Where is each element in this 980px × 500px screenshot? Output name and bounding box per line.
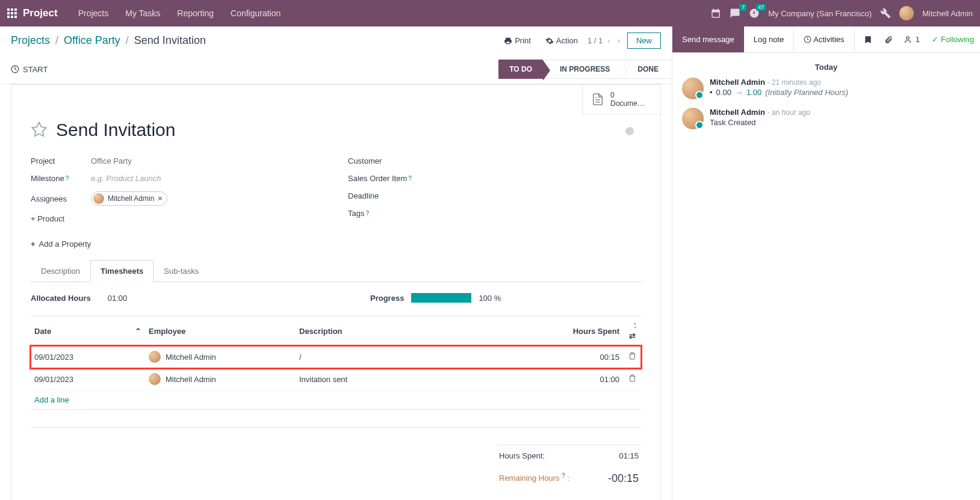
breadcrumb-root[interactable]: Projects <box>11 34 50 46</box>
tags-label: Tags? <box>348 209 432 218</box>
allocated-hours-value[interactable]: 01:00 <box>108 294 128 303</box>
user-avatar[interactable] <box>899 6 914 20</box>
clock-icon[interactable]: 47 <box>749 8 760 19</box>
stage-done[interactable]: DONE <box>621 60 672 79</box>
book-icon[interactable] <box>858 27 878 52</box>
following-button[interactable]: ✓ Following <box>926 26 980 52</box>
state-indicator-icon[interactable] <box>625 127 634 135</box>
table-row[interactable]: 09/01/2023Mitchell AdminInvitation sent0… <box>31 368 641 390</box>
product-label[interactable]: + Product <box>31 214 64 223</box>
form-sheet: 0Docume… Send Invitation ProjectOffice P… <box>11 84 661 500</box>
project-label: Project <box>31 156 91 165</box>
allocated-hours-label: Allocated Hours <box>31 294 91 303</box>
clock-badge: 47 <box>756 4 766 11</box>
start-button[interactable]: START <box>11 65 48 74</box>
assignees-label: Assignees <box>31 194 91 203</box>
trash-icon[interactable] <box>628 375 636 384</box>
timesheet-table: Date ⌃ Employee Description Hours Spent … <box>31 316 641 428</box>
breadcrumb: Projects / Office Party / Send Invitatio… <box>11 34 494 47</box>
add-line-button[interactable]: Add a line <box>34 395 69 404</box>
tools-icon[interactable] <box>880 8 891 19</box>
status-bar: TO DO IN PROGRESS DONE <box>498 60 672 79</box>
col-date[interactable]: Date ⌃ <box>31 316 145 346</box>
col-employee[interactable]: Employee <box>145 316 296 346</box>
attachment-icon[interactable] <box>878 27 899 52</box>
add-property-button[interactable]: +Add a Property <box>11 235 660 259</box>
action-button[interactable]: Action <box>541 32 583 49</box>
col-description[interactable]: Description <box>296 316 551 346</box>
task-title[interactable]: Send Invitation <box>56 120 175 140</box>
cell-date[interactable]: 09/01/2023 <box>31 346 145 368</box>
options-icon[interactable]: ⇄ <box>628 323 636 341</box>
stage-todo[interactable]: TO DO <box>498 60 543 79</box>
arrow-icon: → <box>735 88 743 97</box>
chatter-day-label: Today <box>682 63 970 72</box>
progress-value: 100 % <box>479 294 501 303</box>
messages-icon[interactable]: 7 <box>730 8 740 19</box>
message-time: - an hour ago <box>768 108 810 117</box>
tracking-field: (Initially Planned Hours) <box>765 88 848 97</box>
control-bar: Projects / Office Party / Send Invitatio… <box>0 26 672 55</box>
tabs: Description Timesheets Sub-tasks <box>31 259 641 282</box>
message-author[interactable]: Mitchell Admin <box>710 108 765 117</box>
svg-point-2 <box>906 36 909 39</box>
cell-hours[interactable]: 01:00 <box>551 368 623 390</box>
help-icon[interactable]: ? <box>408 175 412 182</box>
hours-spent-value: 01:15 <box>619 451 639 460</box>
status-row: START TO DO IN PROGRESS DONE <box>0 55 672 84</box>
user-name[interactable]: Mitchell Admin <box>922 9 973 18</box>
new-button[interactable]: New <box>627 32 661 49</box>
message: Mitchell Admin - 21 minutes ago 0.00 → 1… <box>682 78 970 99</box>
table-row[interactable]: 09/01/2023Mitchell Admin/00:15 <box>31 346 641 368</box>
project-value[interactable]: Office Party <box>91 156 132 165</box>
trash-icon[interactable] <box>628 353 636 362</box>
cell-hours[interactable]: 00:15 <box>551 346 623 368</box>
menu-configuration[interactable]: Configuration <box>223 8 288 18</box>
cell-date[interactable]: 09/01/2023 <box>31 368 145 390</box>
breadcrumb-parent[interactable]: Office Party <box>64 34 120 46</box>
tab-description[interactable]: Description <box>31 260 90 282</box>
milestone-input[interactable]: e.g. Product Launch <box>91 174 161 183</box>
star-icon[interactable] <box>31 121 48 140</box>
cell-employee[interactable]: Mitchell Admin <box>145 346 296 368</box>
cell-employee[interactable]: Mitchell Admin <box>145 368 296 390</box>
menu-projects[interactable]: Projects <box>71 8 116 18</box>
customer-label: Customer <box>348 156 432 165</box>
pager: 1 / 1 ‹ › <box>588 35 622 46</box>
message-author[interactable]: Mitchell Admin <box>710 78 765 87</box>
progress-bar <box>411 293 471 303</box>
message-body: Task Created <box>710 118 970 127</box>
avatar-icon <box>682 108 704 129</box>
company-name[interactable]: My Company (San Francisco) <box>768 9 872 18</box>
brand-title: Project <box>23 7 58 19</box>
tab-timesheets[interactable]: Timesheets <box>90 260 154 282</box>
remove-chip-icon[interactable]: × <box>158 194 162 203</box>
deadline-label: Deadline <box>348 191 432 200</box>
remaining-hours-label: Remaining Hours ? : <box>499 472 569 485</box>
assignee-chip[interactable]: Mitchell Admin× <box>91 191 167 206</box>
menu-reporting[interactable]: Reporting <box>170 8 221 18</box>
apps-icon[interactable] <box>7 8 17 18</box>
help-icon[interactable]: ? <box>66 175 69 182</box>
pager-prev-icon[interactable]: ‹ <box>605 35 612 46</box>
col-hours[interactable]: Hours Spent <box>551 316 623 346</box>
followers-button[interactable]: 1 <box>899 26 926 52</box>
pager-next-icon[interactable]: › <box>615 35 622 46</box>
chatter: Send message Log note Activities 1 ✓ Fol… <box>672 26 980 500</box>
message: Mitchell Admin - an hour ago Task Create… <box>682 108 970 129</box>
cell-description[interactable]: Invitation sent <box>296 368 551 390</box>
hours-spent-label: Hours Spent: <box>499 451 545 460</box>
menu-my-tasks[interactable]: My Tasks <box>118 8 167 18</box>
print-button[interactable]: Print <box>499 32 536 49</box>
activities-button[interactable]: Activities <box>793 26 854 52</box>
log-note-button[interactable]: Log note <box>744 26 794 52</box>
cell-description[interactable]: / <box>296 346 551 368</box>
remaining-hours-value: -00:15 <box>608 472 639 485</box>
tab-subtasks[interactable]: Sub-tasks <box>154 260 209 282</box>
tracking-new: 1.00 <box>746 88 761 97</box>
calendar-icon[interactable] <box>710 8 721 19</box>
stage-in-progress[interactable]: IN PROGRESS <box>543 60 621 79</box>
help-icon[interactable]: ? <box>365 210 369 217</box>
tracking-old: 0.00 <box>710 88 731 97</box>
send-message-button[interactable]: Send message <box>672 26 744 52</box>
